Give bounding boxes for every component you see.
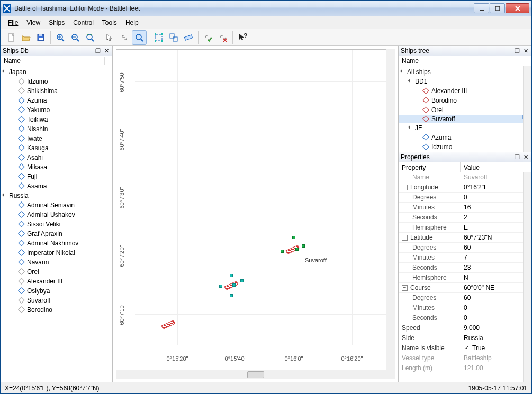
property-row[interactable]: Minutes16: [399, 203, 523, 213]
tree-item[interactable]: Suvaroff: [399, 115, 523, 123]
new-file-button[interactable]: [4, 30, 19, 45]
ship-item[interactable]: Admiral Nakhimov: [1, 239, 112, 248]
property-row[interactable]: Minutes0: [399, 303, 523, 313]
zoom-reset-button[interactable]: [83, 30, 97, 45]
link-del-button[interactable]: [215, 30, 230, 45]
property-row[interactable]: Seconds2: [399, 213, 523, 223]
menu-ships[interactable]: Ships: [44, 17, 69, 28]
tree-item[interactable]: Alexander III: [399, 86, 523, 96]
maximize-button[interactable]: [490, 3, 505, 13]
ship-item[interactable]: Mikasa: [1, 162, 112, 172]
property-row[interactable]: HemisphereN: [399, 273, 523, 283]
property-row[interactable]: −Latitude60°7'23"N: [399, 233, 523, 243]
close-panel-icon[interactable]: ✕: [522, 153, 529, 161]
close-panel-icon[interactable]: ✕: [522, 47, 529, 54]
group-button[interactable]: [166, 30, 181, 45]
tree-scrollbar[interactable]: [523, 66, 531, 152]
ship-item[interactable]: Asahi: [1, 153, 112, 162]
ship-item[interactable]: Asama: [1, 181, 112, 191]
ship-item[interactable]: Borodino: [1, 305, 112, 315]
ruler-button[interactable]: [181, 30, 196, 45]
horizontal-scrollbar[interactable]: [116, 370, 395, 379]
property-row[interactable]: HemisphereE: [399, 223, 523, 233]
minimize-button[interactable]: [474, 3, 489, 13]
property-row[interactable]: Minutes7: [399, 253, 523, 263]
ship-item[interactable]: Imperator Nikolai: [1, 248, 112, 258]
property-row[interactable]: Degrees60: [399, 293, 523, 303]
select-rect-button[interactable]: [151, 30, 166, 45]
scrollbar-thumb[interactable]: [247, 371, 264, 378]
property-row[interactable]: Length (m)121.00: [399, 363, 523, 373]
property-row[interactable]: Degrees60: [399, 243, 523, 253]
properties-header[interactable]: Properties ❐ ✕: [399, 152, 531, 162]
ship-item[interactable]: Iwate: [1, 134, 112, 143]
tree-item[interactable]: Azuma: [399, 133, 523, 142]
ship-item[interactable]: Admiral Ushakov: [1, 210, 112, 219]
ship-item[interactable]: Yakumo: [1, 105, 112, 115]
properties-column-header[interactable]: Property Value: [399, 162, 531, 172]
property-row[interactable]: Seconds23: [399, 263, 523, 273]
ship-item[interactable]: Alexander III: [1, 277, 112, 286]
ships-db-tree[interactable]: JapanIdzumoShikishimaAzumaYakumoToikiwaN…: [1, 66, 112, 382]
open-button[interactable]: [19, 30, 33, 45]
vessel-1[interactable]: [161, 323, 175, 327]
ship-item[interactable]: Suvaroff: [1, 296, 112, 305]
map-canvas[interactable]: Suvaroff 0°15'20"0°15'40"0°16'0"0°16'20"…: [116, 49, 395, 366]
property-row[interactable]: Seconds0: [399, 313, 523, 323]
menu-help[interactable]: Help: [121, 17, 143, 28]
property-row[interactable]: Name is visible✓True: [399, 343, 523, 353]
menu-control[interactable]: Control: [69, 17, 98, 28]
menu-view[interactable]: View: [22, 17, 44, 28]
pointer-tool-button[interactable]: [102, 30, 117, 45]
property-row[interactable]: Degrees0: [399, 193, 523, 203]
ship-item[interactable]: Fuji: [1, 172, 112, 181]
vessel-suvaroff[interactable]: Suvaroff: [286, 248, 300, 252]
vessel-2-selected[interactable]: [224, 283, 238, 288]
ship-item[interactable]: Toikiwa: [1, 115, 112, 124]
ship-item[interactable]: Sissoi Veliki: [1, 219, 112, 229]
ship-item[interactable]: Azuma: [1, 96, 112, 105]
ship-item[interactable]: Nisshin: [1, 124, 112, 134]
close-panel-icon[interactable]: ✕: [103, 47, 110, 54]
tree-item[interactable]: JF: [399, 123, 523, 133]
tree-item[interactable]: Orel: [399, 105, 523, 115]
zoom-out-button[interactable]: [68, 30, 83, 45]
property-row[interactable]: −Longitude0°16'2"E: [399, 182, 523, 193]
save-button[interactable]: [33, 30, 48, 45]
properties-body[interactable]: NameSuvaroff−Longitude0°16'2"EDegrees0Mi…: [399, 172, 523, 382]
close-button[interactable]: [506, 3, 529, 13]
titlebar[interactable]: Battle of Tsushima. Editor Mode - Battle…: [1, 1, 531, 16]
ship-item[interactable]: Admiral Seniavin: [1, 200, 112, 210]
restore-icon[interactable]: ❐: [94, 47, 102, 54]
property-row[interactable]: Speed9.000: [399, 323, 523, 333]
ship-item[interactable]: Navarin: [1, 258, 112, 267]
help-cursor-button[interactable]: ?: [235, 30, 250, 45]
link-ok-button[interactable]: [201, 30, 215, 45]
tree-item[interactable]: Idzumo: [399, 142, 523, 152]
tree-item[interactable]: All ships: [399, 67, 523, 77]
tree-item[interactable]: BD1: [399, 77, 523, 86]
ship-item[interactable]: Graf Apraxin: [1, 229, 112, 239]
vertical-scrollbar[interactable]: [386, 49, 395, 370]
property-row[interactable]: Vessel typeBattleship: [399, 353, 523, 363]
restore-icon[interactable]: ❐: [513, 153, 521, 161]
props-scrollbar[interactable]: [523, 172, 531, 382]
ships-tree[interactable]: All shipsBD1Alexander IIIBorodinoOrelSuv…: [399, 66, 523, 152]
ship-item[interactable]: Oslybya: [1, 286, 112, 296]
ships-tree-column-header[interactable]: Name: [399, 56, 531, 66]
restore-icon[interactable]: ❐: [513, 47, 521, 54]
ship-item[interactable]: Kasuga: [1, 143, 112, 153]
property-row[interactable]: SideRussia: [399, 333, 523, 343]
link-tool-button[interactable]: [117, 30, 132, 45]
property-row[interactable]: NameSuvaroff: [399, 172, 523, 182]
tree-group[interactable]: Japan: [1, 67, 112, 77]
ships-tree-header[interactable]: Ships tree ❐ ✕: [399, 46, 531, 56]
ship-item[interactable]: Idzumo: [1, 77, 112, 86]
tree-item[interactable]: Borodino: [399, 96, 523, 105]
ships-db-header[interactable]: Ships Db ❐ ✕: [1, 46, 112, 56]
property-row[interactable]: −Course60°0'0" NE: [399, 283, 523, 293]
tree-group[interactable]: Russia: [1, 191, 112, 200]
ship-item[interactable]: Shikishima: [1, 86, 112, 96]
zoom-region-button[interactable]: [132, 30, 147, 45]
menu-tools[interactable]: Tools: [98, 17, 121, 28]
